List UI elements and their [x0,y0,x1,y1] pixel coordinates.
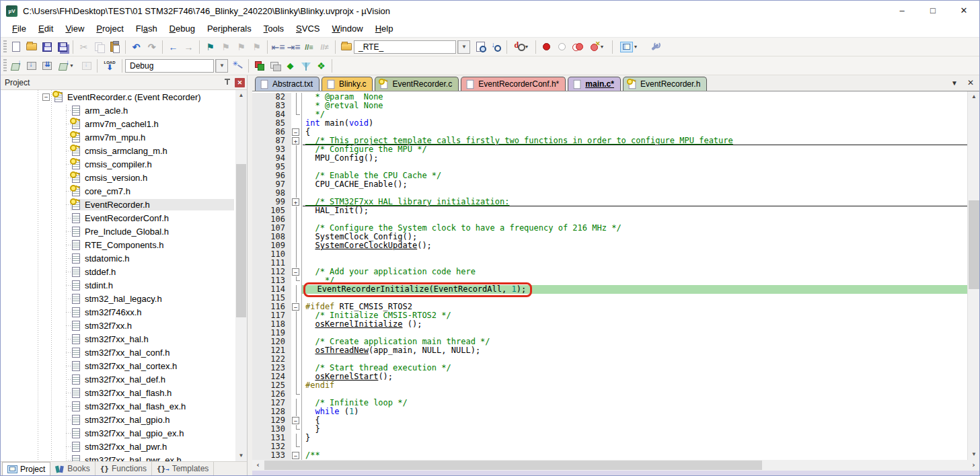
editor-tab-blinky-c[interactable]: Blinky.c [322,77,373,91]
editor-hscrollbar[interactable]: ‹ › [252,460,979,471]
tree-item-core-cm7-h[interactable]: core_cm7.h [1,184,235,198]
scroll-right-icon[interactable]: › [968,460,979,471]
editor-tab-eventrecorderconf-h-[interactable]: EventRecorderConf.h* [461,77,566,91]
tree-item-eventrecorder-c-event-recorder-[interactable]: −EventRecorder.c (Event Recorder) [1,90,235,104]
menu-window[interactable]: Window [326,21,369,37]
insert-bookmark-button[interactable]: ⚑ [202,40,218,54]
kill-all-breakpoints-button[interactable]: ▼ [585,40,609,54]
tree-item-eventrecorder-h[interactable]: EventRecorder.h [1,198,235,211]
code-line-130[interactable]: 130 } [252,425,967,434]
undo-button[interactable]: ↶ [128,40,144,54]
close-document-button[interactable]: ✕ [967,78,974,87]
tree-item-armv7m-cachel1-h[interactable]: armv7m_cachel1.h [1,117,235,130]
code-line-128[interactable]: 128 while (1) [252,407,967,416]
previous-bookmark-button[interactable]: ⚑ [218,40,233,54]
menu-project[interactable]: Project [90,21,129,37]
toolbar-grip[interactable] [3,59,7,73]
editor-tab-eventrecorder-c[interactable]: EventRecorder.c [375,77,459,91]
code-line-131[interactable]: 131} [252,434,967,442]
scrollbar-thumb[interactable] [969,200,979,289]
scrollbar-thumb[interactable] [236,164,246,317]
menu-edit[interactable]: Edit [32,21,59,37]
tree-item-rte-components-h[interactable]: RTE_Components.h [1,238,235,251]
menu-peripherals[interactable]: Peripherals [201,21,258,37]
tree-item-armv7m-mpu-h[interactable]: armv7m_mpu.h [1,130,235,144]
tree-item-stm32f7xx-hal-cortex-h[interactable]: stm32f7xx_hal_cortex.h [1,359,235,372]
panel-splitter[interactable] [248,75,252,475]
code-line-133[interactable]: 133−/** [252,451,967,460]
bottom-tab-templates[interactable]: {}→Templates [152,462,214,475]
pack-installer-button[interactable]: ❖ [313,58,329,73]
fold-expand-icon[interactable]: + [291,198,302,206]
code-line-97[interactable]: 97 CPU_CACHE_Enable(); [252,180,967,189]
tree-item-stm32f7xx-hal-conf-h[interactable]: stm32f7xx_hal_conf.h [1,346,235,359]
scroll-left-icon[interactable]: ‹ [252,460,264,471]
code-line-105[interactable]: 105 HAL_Init(); [252,206,967,215]
build-button[interactable] [24,58,39,73]
bottom-tab-books[interactable]: Books [50,462,95,475]
tree-item-stm32f7xx-hal-def-h[interactable]: stm32f7xx_hal_def.h [1,372,235,386]
clear-bookmarks-button[interactable]: ⚑ [249,40,264,54]
minimize-button[interactable]: – [887,1,917,21]
new-file-button[interactable] [8,40,24,54]
navigate-back-button[interactable]: ← [165,40,181,54]
edit-rte-button[interactable] [338,40,354,54]
select-software-packs-button[interactable] [298,58,313,73]
fold-collapse-icon[interactable]: − [291,303,302,311]
batch-build-button[interactable]: ▼ [54,58,79,73]
comment-button[interactable]: //≡ [301,40,317,54]
menu-view[interactable]: View [59,21,90,37]
tree-item-stddef-h[interactable]: stddef.h [1,265,235,278]
toggle-breakpoint-button[interactable] [539,40,554,54]
incremental-find-button[interactable] [488,40,504,54]
collapse-icon[interactable]: − [42,93,50,101]
code-line-109[interactable]: 109 SystemCoreClockUpdate(); [252,241,967,250]
bottom-tab-project[interactable]: Project [2,462,50,475]
menu-file[interactable]: File [6,21,32,37]
tree-item-arm-acle-h[interactable]: arm_acle.h [1,104,235,117]
fold-collapse-icon[interactable]: − [291,416,302,425]
manage-rte-button[interactable] [252,58,267,73]
tree-item-pre-include-global-h[interactable]: Pre_Include_Global.h [1,225,235,238]
editor-vscrollbar[interactable]: ▲ ▼ [967,91,979,460]
cut-button[interactable]: ✂ [76,40,91,54]
menu-debug[interactable]: Debug [163,21,201,37]
manage-components-button[interactable]: ◆ [282,58,298,73]
fold-expand-icon[interactable]: + [291,136,302,145]
save-all-button[interactable] [54,40,70,54]
scroll-down-icon[interactable]: ▼ [235,450,247,461]
tab-list-dropdown[interactable]: ▼ [951,79,958,87]
disable-breakpoint-button[interactable] [554,40,570,54]
tree-item-stm32f7xx-hal-gpio-h[interactable]: stm32f7xx_hal_gpio.h [1,413,235,426]
target-select-dropdown[interactable]: ▼ [215,59,228,73]
code-line-118[interactable]: 118 osKernelInitialize (); [252,320,967,329]
bottom-tab-functions[interactable]: {}Functions [96,462,152,475]
tree-item-stm32f7xx-hal-flash-h[interactable]: stm32f7xx_hal_flash.h [1,386,235,399]
navigate-forward-button[interactable]: → [181,40,196,54]
multi-project-button[interactable] [267,58,282,73]
uncomment-button[interactable]: //≠ [317,40,332,54]
tree-item-stdint-h[interactable]: stdint.h [1,278,235,292]
configuration-button[interactable] [648,40,663,54]
scrollbar-thumb[interactable] [264,461,762,470]
find-text-dropdown[interactable]: ▼ [457,40,470,54]
project-tree-scrollbar[interactable]: ▲ ▼ [235,90,247,461]
target-select-combo[interactable]: Debug [125,59,214,73]
scroll-down-icon[interactable]: ▼ [968,449,980,460]
tree-item-stm32f7xx-hal-pwr-ex-h[interactable]: stm32f7xx_hal_pwr_ex.h [1,453,235,461]
tree-item-stm32f7xx-hal-gpio-ex-h[interactable]: stm32f7xx_hal_gpio_ex.h [1,426,235,440]
disable-all-breakpoints-button[interactable] [570,40,585,54]
tree-item-stm32-hal-legacy-h[interactable]: stm32_hal_legacy.h [1,292,235,305]
code-line-121[interactable]: 121 osThreadNew(app_main, NULL, NULL); [252,346,967,355]
tree-item-stdatomic-h[interactable]: stdatomic.h [1,251,235,265]
code-line-129[interactable]: 129− { [252,416,967,425]
stop-build-button[interactable] [79,58,94,73]
editor-tab-abstract-txt[interactable]: Abstract.txt [255,77,319,91]
maximize-button[interactable]: □ [917,1,948,21]
fold-collapse-icon[interactable]: − [291,268,302,276]
tree-item-stm32f7xx-h[interactable]: stm32f7xx.h [1,319,235,332]
copy-button[interactable] [91,40,107,54]
window-layout-button[interactable]: ▼ [615,40,642,54]
tree-item-stm32f7xx-hal-h[interactable]: stm32f7xx_hal.h [1,332,235,346]
code-line-110[interactable]: 110 [252,250,967,259]
